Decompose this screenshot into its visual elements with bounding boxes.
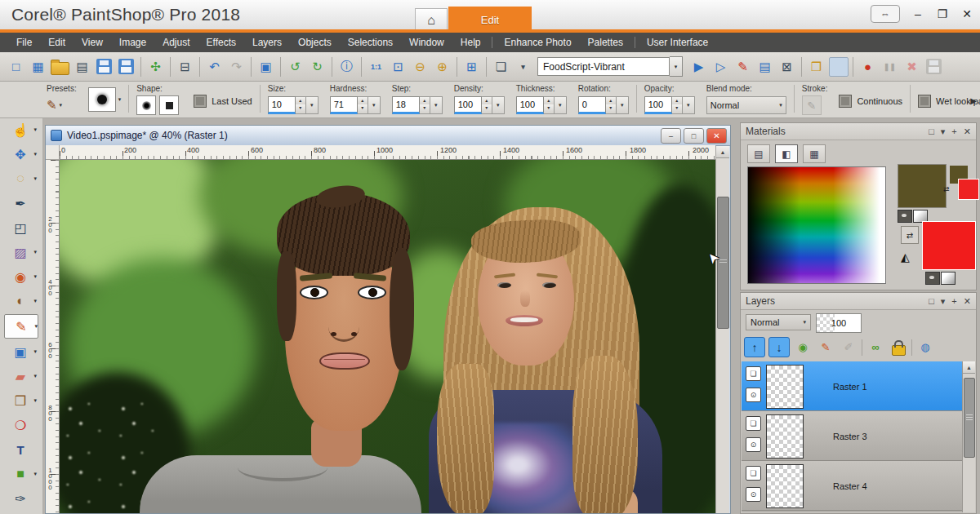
swap-colors-icon[interactable]: ⇄ — [943, 185, 950, 193]
color-spectrum-picker[interactable] — [747, 166, 886, 284]
copy-dropdown-icon[interactable]: ▾ — [512, 55, 534, 78]
spin-up-icon[interactable]: ▴ — [482, 97, 492, 104]
pin-icon[interactable]: + — [951, 296, 956, 306]
background-color-swatch[interactable] — [958, 179, 979, 200]
panel-menu-icon[interactable]: ▾ — [941, 296, 946, 307]
thickness-value[interactable]: 100 — [516, 96, 544, 114]
run-script-icon[interactable]: ▶ — [688, 55, 710, 78]
menu-view[interactable]: View — [74, 37, 111, 48]
density-stepper[interactable]: 100▴▾▾ — [454, 96, 505, 114]
spin-down-icon[interactable]: ▾ — [482, 104, 492, 112]
actual-size-icon[interactable]: 1:1 — [365, 55, 387, 78]
scroll-up-icon[interactable]: ▲ — [963, 361, 975, 374]
thickness-dropdown-icon[interactable]: ▾ — [555, 96, 567, 114]
preview-icon[interactable]: ⊞ — [461, 55, 483, 78]
stroke-icon[interactable]: ✎ — [802, 95, 822, 115]
size-value[interactable]: 10 — [268, 96, 296, 114]
menu-adjust[interactable]: Adjust — [154, 37, 198, 48]
step-value[interactable]: 18 — [392, 96, 420, 114]
continuous-checkbox[interactable] — [839, 95, 852, 108]
cancel-script-icon[interactable]: ✖ — [901, 55, 923, 78]
screen-capture-icon[interactable]: ▣ — [255, 55, 277, 78]
zoom-in-icon[interactable]: ⊕ — [431, 55, 453, 78]
fit-window-icon[interactable]: ⊡ — [387, 55, 409, 78]
spin-up-icon[interactable]: ▴ — [296, 97, 305, 104]
preset-shape-tool[interactable]: ■▾ — [4, 463, 37, 485]
script-output-icon[interactable]: ▤ — [754, 55, 776, 78]
materials-header[interactable]: Materials □ ▾ + ✕ — [741, 123, 976, 140]
swatches-tab[interactable]: ▦ — [803, 144, 826, 163]
dropper-tool[interactable]: ✒ — [4, 192, 37, 215]
menu-file[interactable]: File — [8, 37, 40, 48]
menu-image[interactable]: Image — [111, 37, 154, 48]
minimize-button[interactable]: – — [911, 7, 924, 20]
foreground-style-button[interactable] — [898, 210, 912, 223]
script-combo-dropdown-icon[interactable]: ▾ — [670, 56, 683, 77]
last-used-checkbox[interactable] — [194, 95, 207, 108]
document-title-bar[interactable]: Video1.pspimage* @ 40% (Raster 1) — [46, 126, 730, 146]
edit-selection-icon[interactable]: ✎ — [816, 338, 835, 357]
share-icon[interactable]: ✣ — [145, 55, 167, 78]
opacity-dropdown-icon[interactable]: ▾ — [683, 96, 695, 114]
browse-icon[interactable]: ▦ — [27, 55, 49, 78]
paste-script-icon[interactable]: ❒ — [805, 55, 827, 78]
batch-script-icon[interactable]: ⊠ — [776, 55, 798, 78]
redo-history-icon[interactable]: ↻ — [306, 55, 328, 78]
layer-thumbnail[interactable] — [766, 464, 804, 508]
new-file-icon[interactable]: □ — [5, 55, 27, 78]
run-selected-script-icon[interactable]: ▷ — [710, 55, 732, 78]
close-panel-icon[interactable]: ✕ — [964, 126, 971, 137]
step-dropdown-icon[interactable]: ▾ — [430, 96, 443, 114]
layer-visibility-icon[interactable]: ⊙ — [746, 388, 761, 402]
new-mask-layer-icon[interactable]: ↓ — [768, 337, 790, 357]
hardness-dropdown-icon[interactable]: ▾ — [368, 96, 381, 114]
menu-enhance-photo[interactable]: Enhance Photo — [496, 37, 579, 48]
canvas-vertical-scrollbar[interactable]: ▲ — [715, 146, 729, 513]
layer-row-raster-4[interactable]: ❏ ⊙ Raster 4 — [742, 461, 962, 511]
record-script-icon[interactable]: ● — [857, 55, 879, 78]
background-property-swatch[interactable] — [922, 221, 976, 270]
spin-down-icon[interactable]: ▾ — [358, 104, 368, 112]
link-layers-icon[interactable]: ∞ — [866, 338, 885, 357]
rotation-value[interactable]: 0 — [578, 96, 606, 114]
edit-script-icon[interactable]: ✎ — [732, 55, 754, 78]
size-dropdown-icon[interactable]: ▾ — [306, 96, 318, 114]
menu-user-interface[interactable]: User Interface — [639, 37, 716, 48]
canvas-image[interactable] — [60, 160, 715, 513]
background-texture-button[interactable] — [941, 272, 956, 285]
spin-up-icon[interactable]: ▴ — [544, 97, 554, 104]
opacity-value[interactable]: 100 — [644, 96, 672, 114]
eraser-tool[interactable]: ▰▾ — [4, 365, 37, 388]
size-stepper[interactable]: 10▴▾▾ — [268, 96, 318, 114]
save-as-icon[interactable] — [115, 55, 137, 78]
thickness-stepper[interactable]: 100▴▾▾ — [516, 96, 567, 114]
presets-dropdown-icon[interactable]: ▾ — [60, 102, 63, 109]
layer-row-raster-1[interactable]: ❏ ⊙ Raster 1 — [742, 361, 962, 411]
pause-script-icon[interactable]: ❚❚ — [879, 55, 901, 78]
doc-close-button[interactable]: ✕ — [706, 128, 727, 144]
spin-down-icon[interactable]: ▾ — [296, 104, 305, 112]
blend-mode-select[interactable]: Normal▾ — [706, 96, 786, 114]
copy-special-icon[interactable]: ❏ — [490, 55, 512, 78]
save-script-icon[interactable] — [923, 55, 945, 78]
clone-tool[interactable]: ❒▾ — [4, 389, 37, 412]
layer-blend-mode-select[interactable]: Normal ▾ — [746, 314, 811, 330]
spin-up-icon[interactable]: ▴ — [358, 97, 368, 104]
layers-header[interactable]: Layers □ ▾ + ✕ — [741, 293, 976, 310]
doc-maximize-button[interactable]: □ — [684, 128, 704, 144]
menu-help[interactable]: Help — [452, 37, 489, 48]
visibility-toggle-icon[interactable]: ◉ — [793, 338, 813, 357]
redo-icon[interactable]: ↷ — [225, 55, 247, 78]
undo-icon[interactable]: ↶ — [203, 55, 225, 78]
paint-brush-tool[interactable]: ✎▾ — [4, 314, 38, 339]
print-icon[interactable]: ⊟ — [174, 55, 196, 78]
rotation-stepper[interactable]: 0▴▾▾ — [578, 96, 629, 114]
save-icon[interactable] — [93, 55, 115, 78]
brush-tip-dropdown-icon[interactable]: ▾ — [118, 96, 122, 103]
toolbar-overflow-icon[interactable]: ▶ — [970, 96, 977, 105]
round-tip-button[interactable] — [136, 95, 156, 115]
rotation-dropdown-icon[interactable]: ▾ — [617, 96, 629, 114]
pin-icon[interactable]: + — [951, 126, 956, 136]
spin-down-icon[interactable]: ▾ — [606, 104, 616, 112]
float-panel-icon[interactable]: □ — [929, 296, 934, 306]
